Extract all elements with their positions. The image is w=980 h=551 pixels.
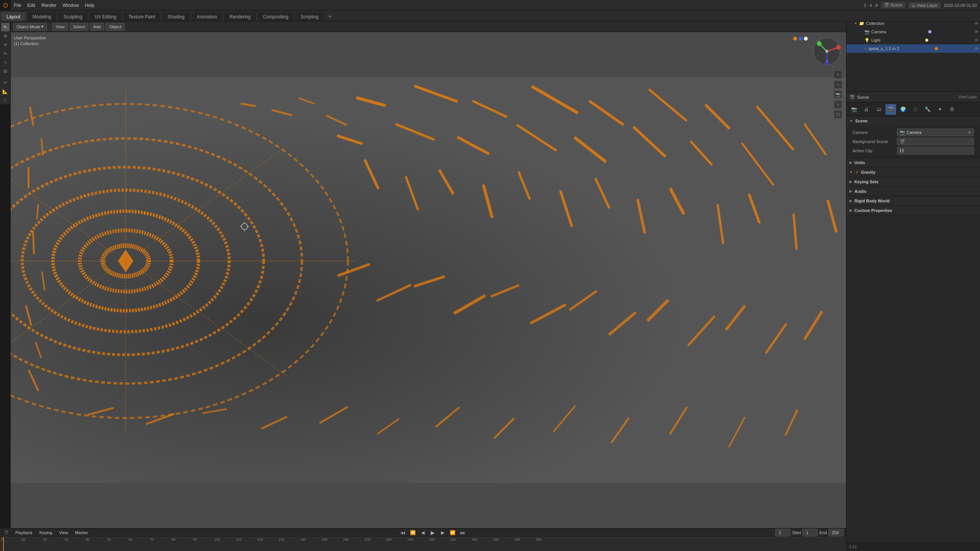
prop-physics-icon[interactable]: ⚙ (947, 104, 957, 115)
gravity-checkbox[interactable]: ✓ (855, 170, 859, 175)
tool-scale[interactable]: ⤡ (1, 58, 10, 67)
menu-help[interactable]: Help (82, 0, 98, 11)
svg-rect-25 (704, 104, 731, 130)
prev-keyframe-btn[interactable]: ⏪ (409, 528, 417, 537)
tab-texture-paint[interactable]: Texture Paint (123, 12, 161, 21)
tab-shading[interactable]: Shading (162, 12, 190, 21)
active-clip-field[interactable]: 🎞 (897, 147, 974, 155)
play-btn[interactable]: ▶ (429, 528, 437, 537)
tool-rotate[interactable]: ↻ (1, 49, 10, 58)
svg-rect-71 (41, 271, 46, 290)
svg-rect-75 (88, 407, 114, 416)
outliner-item-camera[interactable]: ▶ 📷 Camera 👁 (846, 28, 980, 36)
properties-view-layer: View Layer (958, 95, 977, 99)
outliner-item-spiral[interactable]: ▶ ○ spiral_s_1.2 in 2 👁 (846, 44, 980, 53)
tool-select[interactable]: ↖ (1, 23, 10, 31)
prop-output-icon[interactable]: 🖨 (861, 104, 872, 115)
svg-rect-86 (728, 417, 746, 448)
jump-start-btn[interactable]: ⏮ (399, 528, 407, 537)
rigid-body-title: Rigid Body World (854, 199, 890, 203)
view-layer-selector[interactable]: 🗂 View Layer (908, 2, 941, 8)
mode-selector[interactable]: Object Mode ▾ (13, 23, 47, 31)
tool-annotate[interactable]: ✏ (1, 78, 10, 87)
camera-field[interactable]: 📷 Camera ✕ (897, 129, 974, 136)
menu-edit[interactable]: Edit (24, 0, 38, 11)
header-bar: Object Mode ▾ View Select Add Object Glo… (11, 21, 980, 32)
svg-rect-51 (413, 275, 445, 288)
zoom-out-btn[interactable]: − (834, 80, 842, 89)
tab-animation[interactable]: Animation (191, 12, 223, 21)
header-select[interactable]: Select (70, 23, 88, 31)
timeline-playback-menu[interactable]: Playback (13, 529, 35, 536)
rigid-body-section: ▶ Rigid Body World (846, 196, 980, 206)
menu-render[interactable]: Render (38, 0, 59, 11)
keying-sets-section-header[interactable]: ▶ Keying Sets (846, 177, 980, 186)
prop-particles-icon[interactable]: ✦ (934, 104, 945, 115)
prop-view-layer-icon[interactable]: 🗂 (873, 104, 884, 115)
prop-world-icon[interactable]: 🌍 (898, 104, 908, 115)
tab-scripting[interactable]: Scripting (295, 12, 324, 21)
tab-rendering[interactable]: Rendering (224, 12, 256, 21)
timeline-keying-menu[interactable]: Keying (37, 529, 55, 536)
tool-cursor[interactable]: ⊕ (1, 32, 10, 40)
tool-measure[interactable]: 📐 (1, 87, 10, 96)
svg-point-7 (11, 139, 302, 384)
tab-modeling[interactable]: Modeling (27, 12, 57, 21)
zoom-in-btn[interactable]: + (834, 70, 842, 79)
menu-window[interactable]: Window (59, 0, 82, 11)
prop-render-icon[interactable]: 📷 (849, 104, 859, 115)
render-preview-btn[interactable]: ○ (834, 100, 842, 109)
properties-panel: 🎬 Scene View Layer 📷 🖨 🗂 🎬 🌍 □ 🔧 ✦ ⚙ ▼ (846, 92, 980, 551)
prop-scene-icon[interactable]: 🎬 (885, 104, 896, 115)
gravity-section-header[interactable]: ▼ ✓ Gravity (846, 168, 980, 177)
next-keyframe-btn[interactable]: ⏩ (449, 528, 457, 537)
tab-layout[interactable]: Layout (1, 12, 26, 21)
rigid-body-section-header[interactable]: ▶ Rigid Body World (846, 196, 980, 205)
tab-uv-editing[interactable]: UV Editing (89, 12, 122, 21)
timeline-scrub-area[interactable] (0, 537, 846, 551)
menu-file[interactable]: File (11, 0, 24, 11)
tool-transform[interactable]: ⊞ (1, 67, 10, 75)
header-add[interactable]: Add (90, 23, 105, 31)
prop-modifier-icon[interactable]: 🔧 (922, 104, 933, 115)
outliner-vis-light[interactable]: 👁 (974, 38, 978, 42)
viewport-gizmo[interactable]: X Y -Z (812, 36, 842, 67)
camera-view-btn[interactable]: 📷 (834, 90, 842, 99)
timeline-type-icon[interactable]: ⏱ (2, 528, 11, 537)
properties-content: ▼ Scene Camera 📷 Camera ✕ (846, 116, 980, 551)
outliner-item-light[interactable]: ▶ 💡 Light 👁 (846, 36, 980, 44)
tool-add-cube[interactable]: □ (1, 96, 10, 104)
svg-rect-70 (32, 231, 35, 254)
end-frame-field[interactable]: 250 (828, 529, 844, 536)
current-frame-field[interactable]: 1 (775, 529, 791, 536)
wireframe-btn[interactable]: ⬡ (834, 110, 842, 119)
main-viewport[interactable]: User Perspective (1) Collection X Y -Z (11, 32, 846, 528)
prop-object-icon[interactable]: □ (910, 104, 921, 115)
tab-sculpting[interactable]: Sculpting (58, 12, 88, 21)
next-frame-btn[interactable]: ▶ (439, 528, 447, 537)
header-view[interactable]: View (52, 23, 68, 31)
audio-section-header[interactable]: ▶ Audio (846, 187, 980, 196)
particles-middle (363, 159, 838, 250)
tool-move[interactable]: ✛ (1, 41, 10, 49)
left-toolbar: ↖ ⊕ ✛ ↻ ⤡ ⊞ ✏ 📐 □ (0, 21, 11, 104)
start-frame-field[interactable]: 1 (802, 529, 818, 536)
outliner-vis-collection[interactable]: 👁 (974, 21, 978, 26)
outliner-vis-spiral[interactable]: 👁 (974, 46, 978, 51)
outliner-vis-camera[interactable]: 👁 (974, 29, 978, 34)
custom-props-section-header[interactable]: ▶ Custom Properties (846, 206, 980, 215)
jump-end-btn[interactable]: ⏭ (459, 528, 467, 537)
prev-frame-btn[interactable]: ◀ (419, 528, 427, 537)
scene-selector[interactable]: 🎬 Scene (881, 2, 905, 8)
svg-rect-82 (493, 417, 515, 439)
timeline-body[interactable]: 0 10 20 30 40 50 60 70 80 90 100 110 120… (0, 537, 846, 551)
bg-scene-field[interactable]: 🎬 (897, 138, 974, 145)
timeline-view-menu[interactable]: View (57, 529, 70, 536)
header-object[interactable]: Object (106, 23, 125, 31)
tab-compositing[interactable]: Compositing (257, 12, 294, 21)
units-section-header[interactable]: ▶ Units (846, 158, 980, 167)
scene-section-header[interactable]: ▼ Scene (846, 116, 980, 126)
timeline-marker-menu[interactable]: Marker (73, 529, 90, 536)
add-workspace-tab[interactable]: + (324, 12, 335, 21)
svg-rect-60 (764, 323, 787, 354)
